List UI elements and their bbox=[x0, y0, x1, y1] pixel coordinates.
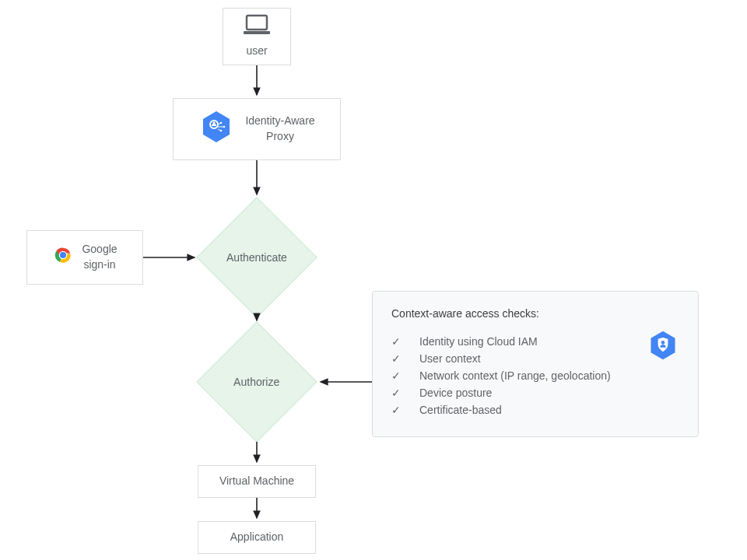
vm-node: Virtual Machine bbox=[198, 465, 316, 498]
laptop-icon bbox=[241, 14, 272, 40]
context-card: Context-aware access checks: Identity us… bbox=[372, 291, 699, 437]
svg-point-12 bbox=[661, 341, 665, 345]
list-item: Identity using Cloud IAM bbox=[391, 335, 631, 348]
user-node: user bbox=[223, 8, 291, 65]
signin-label: Googlesign-in bbox=[82, 242, 117, 272]
user-label: user bbox=[246, 44, 267, 59]
authenticate-node: Authenticate bbox=[196, 197, 317, 318]
authenticate-label: Authenticate bbox=[226, 251, 287, 264]
signin-node: Googlesign-in bbox=[26, 230, 143, 285]
vm-label: Virtual Machine bbox=[219, 474, 294, 489]
svg-point-10 bbox=[60, 252, 66, 258]
context-check-list: Identity using Cloud IAM User context Ne… bbox=[391, 331, 631, 421]
list-item: Device posture bbox=[391, 387, 631, 399]
context-title: Context-aware access checks: bbox=[391, 307, 679, 320]
application-node: Application bbox=[198, 521, 316, 554]
iap-icon bbox=[198, 109, 234, 149]
authorize-node: Authorize bbox=[196, 321, 317, 443]
iap-label: Identity-AwareProxy bbox=[245, 114, 314, 144]
list-item: Certificate-based bbox=[391, 404, 631, 416]
iap-node: Identity-AwareProxy bbox=[173, 98, 341, 160]
svg-rect-1 bbox=[244, 31, 270, 34]
svg-rect-0 bbox=[247, 16, 267, 30]
application-label: Application bbox=[230, 530, 284, 545]
list-item: User context bbox=[391, 352, 631, 365]
chrome-icon bbox=[52, 244, 74, 271]
security-shield-icon bbox=[647, 329, 679, 364]
list-item: Network context (IP range, geolocation) bbox=[391, 369, 631, 382]
authorize-label: Authorize bbox=[233, 376, 279, 388]
